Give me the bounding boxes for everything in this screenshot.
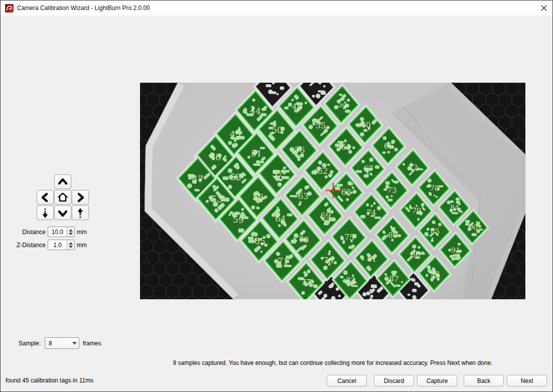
jog-left-button[interactable]	[37, 190, 54, 205]
next-button[interactable]: Next	[507, 375, 547, 386]
close-icon[interactable]	[535, 1, 552, 16]
z-distance-label: Z-Distance	[6, 242, 46, 249]
svg-text:54: 54	[337, 99, 347, 109]
cancel-button[interactable]: Cancel	[327, 375, 367, 386]
svg-text:59: 59	[233, 215, 244, 225]
svg-text:87: 87	[389, 274, 399, 284]
discard-button[interactable]: Discard	[374, 375, 414, 386]
svg-text:46: 46	[209, 151, 221, 162]
z-down-button[interactable]	[37, 206, 54, 220]
samples-hint-text: 9 samples captured. You have enough, but…	[140, 359, 525, 366]
sample-suffix: frames	[83, 340, 101, 347]
svg-text:77: 77	[301, 278, 312, 288]
z-distance-input[interactable]	[48, 240, 67, 250]
jog-right-button[interactable]	[72, 190, 89, 205]
svg-text:86: 86	[410, 250, 420, 259]
z-distance-unit: mm	[77, 242, 87, 249]
svg-text:74: 74	[366, 208, 376, 218]
svg-text:45: 45	[229, 129, 241, 140]
svg-text:57: 57	[272, 169, 283, 179]
svg-text:61: 61	[341, 142, 352, 152]
title-bar: Camera Calibration Wizard - LightBurn Pr…	[1, 1, 552, 16]
camera-preview: 4445464749505152535455565758596061626364…	[140, 83, 525, 299]
svg-text:58: 58	[252, 192, 264, 203]
sample-value: 8	[45, 340, 70, 347]
svg-text:66: 66	[384, 141, 394, 151]
distance-input[interactable]	[48, 227, 67, 237]
svg-text:52: 52	[230, 172, 241, 182]
svg-text:85: 85	[430, 227, 440, 236]
svg-text:82: 82	[346, 275, 356, 285]
back-button[interactable]: Back	[464, 375, 504, 386]
svg-text:67: 67	[363, 164, 373, 173]
home-button[interactable]	[54, 190, 71, 205]
svg-text:81: 81	[367, 254, 377, 264]
sample-label: Sample:	[19, 340, 42, 347]
lightburn-logo-icon	[5, 4, 14, 13]
camera-preview-image: 4445464749505152535455565758596061626364…	[140, 83, 525, 299]
svg-text:71: 71	[278, 256, 289, 267]
svg-text:68: 68	[341, 187, 352, 197]
distance-stepper[interactable]	[48, 227, 75, 237]
svg-text:80: 80	[388, 231, 398, 240]
camera-calibration-wizard-window: Camera Calibration Wizard - LightBurn Pr…	[0, 0, 553, 392]
svg-text:64: 64	[275, 214, 286, 224]
svg-text:50: 50	[271, 125, 283, 135]
jog-up-button[interactable]	[54, 174, 71, 189]
distance-label: Distance	[11, 229, 46, 236]
svg-text:65: 65	[254, 236, 266, 247]
svg-text:84: 84	[450, 204, 460, 212]
jog-down-button[interactable]	[54, 206, 71, 220]
svg-text:79: 79	[411, 206, 421, 215]
svg-text:51: 51	[251, 148, 262, 159]
z-distance-stepper[interactable]	[48, 240, 75, 250]
svg-text:73: 73	[387, 185, 397, 195]
svg-text:70: 70	[298, 235, 309, 245]
chevron-down-icon	[70, 342, 79, 345]
svg-text:69: 69	[320, 211, 331, 221]
z-distance-spin-arrows[interactable]	[67, 240, 74, 250]
svg-text:78: 78	[430, 183, 439, 192]
svg-text:75: 75	[344, 232, 355, 242]
svg-text:76: 76	[323, 255, 333, 265]
svg-text:55: 55	[315, 120, 326, 130]
detection-status-text: found 45 calibration tags in 11ms	[6, 377, 93, 384]
svg-text:72: 72	[408, 163, 418, 172]
svg-text:47: 47	[192, 173, 204, 184]
distance-spin-arrows[interactable]	[67, 227, 74, 237]
capture-button[interactable]: Capture	[417, 375, 457, 386]
svg-text:62: 62	[317, 166, 328, 176]
svg-text:56: 56	[294, 145, 305, 155]
z-up-button[interactable]	[72, 206, 89, 220]
svg-text:53: 53	[211, 193, 222, 205]
window-title: Camera Calibration Wizard - LightBurn Pr…	[17, 5, 150, 12]
svg-text:91: 91	[451, 246, 461, 255]
svg-text:44: 44	[250, 106, 261, 116]
svg-text:49: 49	[292, 102, 303, 112]
svg-text:92: 92	[430, 270, 440, 278]
svg-text:90: 90	[469, 223, 478, 232]
svg-text:63: 63	[298, 191, 309, 202]
sample-frames-dropdown[interactable]: 8	[45, 337, 79, 349]
svg-text:60: 60	[361, 120, 371, 130]
distance-unit: mm	[77, 229, 87, 236]
